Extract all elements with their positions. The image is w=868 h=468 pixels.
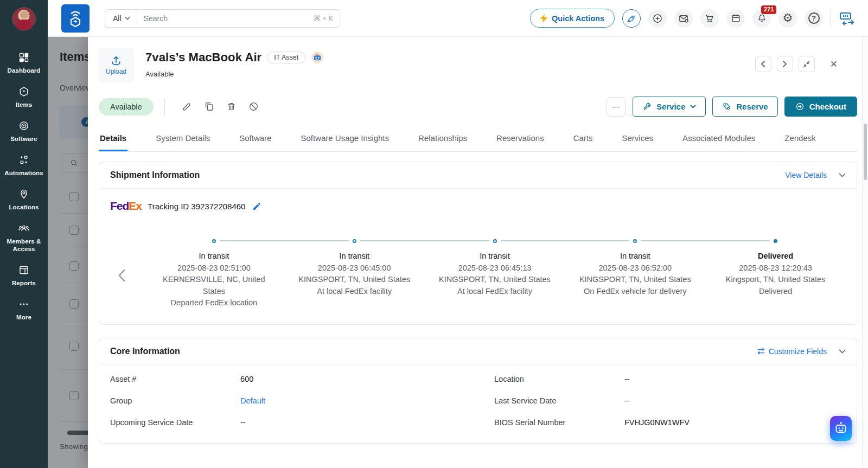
cart-icon[interactable] <box>700 9 719 28</box>
reserve-button[interactable]: Reserve <box>712 97 777 117</box>
edit-icon[interactable] <box>182 101 192 112</box>
tab-reservations[interactable]: Reservations <box>495 129 545 151</box>
search-shortcut: ⌘ + K <box>314 14 340 22</box>
timeline-stop: In transit 2025-08-23 06:45:00 KINGSPORT… <box>284 238 425 309</box>
cube-icon <box>18 86 29 97</box>
duplicate-icon[interactable] <box>204 101 214 112</box>
checkout-button[interactable]: Checkout <box>784 97 857 117</box>
upload-icon <box>110 55 122 66</box>
collapse-section-button[interactable] <box>839 349 846 354</box>
dashboard-icon <box>18 52 29 63</box>
sidebar-item-items[interactable]: Items <box>0 80 48 114</box>
rocket-icon[interactable] <box>622 9 641 28</box>
automation-nodes-icon <box>18 155 29 165</box>
tab-system-details[interactable]: System Details <box>155 129 211 151</box>
tab-services[interactable]: Services <box>621 129 654 151</box>
ellipsis-icon <box>18 299 29 310</box>
tab-carts[interactable]: Carts <box>572 129 594 151</box>
tracking-timeline: In transit 2025-08-23 02:51:00 KERNERSVI… <box>110 238 846 313</box>
group-link[interactable]: Default <box>240 396 265 405</box>
asset-title: 7vals’s MacBook Air <box>145 50 261 65</box>
chevron-down-icon <box>839 349 846 354</box>
close-icon[interactable]: ✕ <box>830 59 838 70</box>
field-value: 600 <box>240 375 253 383</box>
timeline-stop: In transit 2025-08-23 06:45:13 KINGSPORT… <box>425 238 565 309</box>
timeline-dot <box>633 239 637 243</box>
user-avatar[interactable] <box>12 7 36 31</box>
timeline-prev-button[interactable] <box>118 269 126 282</box>
chevron-down-icon <box>839 173 846 177</box>
tab-software-usage-insights[interactable]: Software Usage Insights <box>299 129 390 151</box>
field-label: Location <box>494 375 624 383</box>
sidebar-item-reports[interactable]: Reports <box>0 259 48 293</box>
edit-tracking-icon[interactable] <box>252 202 261 211</box>
reserve-icon <box>722 102 731 111</box>
asset-status-text: Available <box>145 70 324 78</box>
sidebar-item-more[interactable]: More <box>0 293 48 327</box>
customize-fields-link[interactable]: Customize Fields <box>757 347 827 356</box>
sidebar-item-members-access[interactable]: Members & Access <box>0 217 48 259</box>
tab-software[interactable]: Software <box>238 129 272 151</box>
field-value: -- <box>624 396 630 405</box>
chevron-down-icon <box>690 105 696 108</box>
search-scope-dropdown[interactable]: All <box>105 10 137 27</box>
delete-icon[interactable] <box>226 101 237 112</box>
timeline-stop: In transit 2025-08-23 02:51:00 KERNERSVI… <box>144 238 284 309</box>
topbar: All ⌘ + K Quick Actions 271 ⚙ ? <box>48 0 868 37</box>
timeline-dot <box>212 239 216 243</box>
previous-item-button[interactable] <box>755 56 771 72</box>
view-details-link[interactable]: View Details <box>785 171 827 179</box>
sliders-icon <box>757 348 765 355</box>
field-label: Last Service Date <box>494 396 624 405</box>
retire-icon[interactable] <box>248 101 259 112</box>
asset-detail-drawer: Upload 7vals’s MacBook Air IT Asset Avai… <box>88 37 868 468</box>
sidebar-item-automations[interactable]: Automations <box>0 149 48 183</box>
chevron-right-icon <box>782 60 787 68</box>
timeline-dot-delivered <box>774 239 777 243</box>
tab-relationships[interactable]: Relationships <box>417 129 468 151</box>
availability-badge[interactable]: Available <box>99 98 154 116</box>
wrench-icon <box>642 102 652 111</box>
tab-zendesk[interactable]: Zendesk <box>783 129 817 151</box>
chevron-left-icon <box>761 60 765 68</box>
fedex-logo: FedEx <box>110 200 142 213</box>
sidebar-item-dashboard[interactable]: Dashboard <box>0 46 48 80</box>
add-circle-icon[interactable] <box>648 9 667 28</box>
quick-actions-button[interactable]: Quick Actions <box>530 9 615 28</box>
field-value: FVHJG0NW1WFV <box>624 418 690 427</box>
next-item-button[interactable] <box>777 56 793 72</box>
gear-icon[interactable]: ⚙ <box>778 9 797 28</box>
help-icon[interactable]: ? <box>805 9 823 28</box>
service-button[interactable]: Service <box>633 97 706 117</box>
ai-robot-icon[interactable] <box>311 51 324 64</box>
sidebar: Dashboard Items Software Automations Loc… <box>0 0 48 468</box>
timeline-dot <box>353 239 356 243</box>
calendar-icon[interactable] <box>726 9 745 28</box>
ticket-swap-icon[interactable] <box>839 11 855 26</box>
field-label: Upcoming Service Date <box>110 418 240 427</box>
vertical-scrollbar[interactable] <box>862 37 868 468</box>
people-icon <box>18 223 30 234</box>
upload-button[interactable]: Upload <box>99 48 133 82</box>
map-pin-icon <box>18 189 29 200</box>
field-label: Group <box>110 396 240 405</box>
core-information-section: Core Information Customize Fields Asset … <box>99 338 857 444</box>
field-label: BIOS Serial Number <box>494 418 624 427</box>
ai-assistant-button[interactable] <box>830 416 852 441</box>
field-label: Asset # <box>110 375 240 383</box>
more-actions-button[interactable]: ... <box>607 97 626 117</box>
global-search: All ⌘ + K <box>105 9 340 28</box>
collapse-panel-button[interactable] <box>799 56 815 72</box>
tab-details[interactable]: Details <box>99 129 127 151</box>
tab-associated-modules[interactable]: Associated Modules <box>681 129 756 151</box>
scrollbar-thumb[interactable] <box>864 124 867 180</box>
bell-icon[interactable]: 271 <box>752 9 771 28</box>
sidebar-item-software[interactable]: Software <box>0 114 48 149</box>
mail-icon[interactable] <box>674 9 693 28</box>
search-input[interactable] <box>137 14 314 23</box>
collapse-section-button[interactable] <box>839 173 846 177</box>
section-title: Shipment Information <box>110 170 200 180</box>
app-logo[interactable] <box>61 4 90 33</box>
sidebar-item-locations[interactable]: Locations <box>0 183 48 217</box>
lightning-icon <box>540 14 547 23</box>
